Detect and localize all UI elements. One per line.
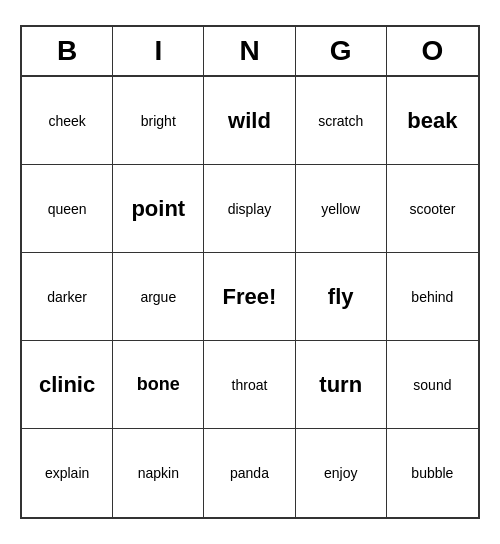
header-letter: I — [113, 27, 204, 75]
bingo-cell: fly — [296, 253, 387, 341]
bingo-header: BINGO — [22, 27, 478, 77]
bingo-grid: cheekbrightwildscratchbeakqueenpointdisp… — [22, 77, 478, 517]
bingo-card: BINGO cheekbrightwildscratchbeakqueenpoi… — [20, 25, 480, 519]
bingo-cell: yellow — [296, 165, 387, 253]
bingo-cell: panda — [204, 429, 295, 517]
bingo-cell: throat — [204, 341, 295, 429]
header-letter: O — [387, 27, 478, 75]
bingo-cell: display — [204, 165, 295, 253]
bingo-cell: beak — [387, 77, 478, 165]
bingo-cell: wild — [204, 77, 295, 165]
bingo-cell: turn — [296, 341, 387, 429]
bingo-cell: point — [113, 165, 204, 253]
header-letter: G — [296, 27, 387, 75]
bingo-cell: napkin — [113, 429, 204, 517]
bingo-cell: Free! — [204, 253, 295, 341]
bingo-cell: bright — [113, 77, 204, 165]
bingo-cell: cheek — [22, 77, 113, 165]
header-letter: N — [204, 27, 295, 75]
bingo-cell: bubble — [387, 429, 478, 517]
bingo-cell: behind — [387, 253, 478, 341]
bingo-cell: darker — [22, 253, 113, 341]
bingo-cell: argue — [113, 253, 204, 341]
bingo-cell: bone — [113, 341, 204, 429]
bingo-cell: scooter — [387, 165, 478, 253]
bingo-cell: enjoy — [296, 429, 387, 517]
header-letter: B — [22, 27, 113, 75]
bingo-cell: sound — [387, 341, 478, 429]
bingo-cell: scratch — [296, 77, 387, 165]
bingo-cell: clinic — [22, 341, 113, 429]
bingo-cell: explain — [22, 429, 113, 517]
bingo-cell: queen — [22, 165, 113, 253]
